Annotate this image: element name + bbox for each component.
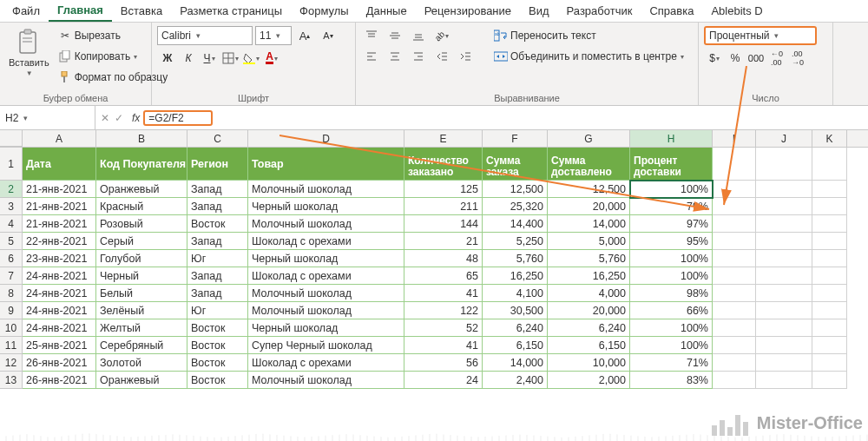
tab-формулы[interactable]: Формулы [291, 1, 358, 21]
row-header[interactable]: 7 [0, 267, 23, 285]
tab-рецензирование[interactable]: Рецензирование [416, 1, 520, 21]
cell[interactable]: Розовый [96, 215, 187, 233]
cell[interactable]: 56 [404, 354, 483, 372]
cell[interactable] [713, 354, 756, 372]
cell[interactable]: 211 [404, 198, 483, 215]
decrease-font-button[interactable]: A▾ [318, 26, 339, 45]
cell[interactable]: 5,000 [548, 233, 630, 250]
cell[interactable]: 14,000 [548, 215, 630, 233]
col-header-D[interactable]: D [248, 130, 404, 147]
cell[interactable]: Восток [187, 337, 248, 354]
cell[interactable]: 100% [630, 250, 713, 267]
cell[interactable]: 122 [404, 302, 483, 319]
cell[interactable]: Супер Черный шоколад [248, 337, 404, 354]
cell[interactable]: Оранжевый [96, 372, 187, 389]
cell[interactable]: 2,400 [483, 372, 548, 389]
align-bottom-button[interactable] [408, 26, 429, 45]
cell[interactable]: 98% [630, 285, 713, 302]
cell[interactable]: Запад [187, 267, 248, 285]
wrap-text-button[interactable]: ab Переносить текст [494, 26, 684, 45]
decrease-decimal-button[interactable]: .00→0 [787, 49, 808, 68]
header-cell[interactable]: Суммадоставлено [548, 148, 630, 181]
align-center-button[interactable] [385, 47, 405, 66]
cell[interactable]: 83% [630, 372, 713, 389]
italic-button[interactable]: К [178, 49, 199, 68]
cell[interactable]: 5,760 [548, 250, 630, 267]
header-cell[interactable]: Количествозаказано [404, 148, 483, 181]
cell[interactable] [756, 267, 812, 285]
align-middle-button[interactable] [385, 26, 405, 45]
underline-button[interactable]: Ч▾ [199, 49, 220, 68]
row-header[interactable]: 8 [0, 285, 23, 302]
cell[interactable]: 100% [630, 181, 713, 198]
currency-button[interactable]: $▾ [704, 49, 725, 68]
cell[interactable]: 23-янв-2021 [23, 250, 96, 267]
cell[interactable] [812, 302, 847, 319]
cell[interactable]: 41 [404, 337, 483, 354]
cell[interactable] [756, 198, 812, 215]
orientation-button[interactable]: ab▾ [431, 26, 452, 45]
cell[interactable]: 2,000 [548, 372, 630, 389]
cell[interactable]: Молочный шоколад [248, 372, 404, 389]
cell[interactable]: Шоколад с орехами [248, 267, 404, 285]
cell[interactable] [756, 302, 812, 319]
cell[interactable]: 4,100 [483, 285, 548, 302]
header-cell[interactable]: Дата [23, 148, 96, 181]
cell[interactable]: Красный [96, 198, 187, 215]
fx-icon[interactable]: fx [128, 112, 143, 124]
cell[interactable]: Черный шоколад [248, 198, 404, 215]
cell[interactable] [713, 302, 756, 319]
cell[interactable]: Восток [187, 319, 248, 337]
paste-button[interactable]: Вставить ▼ [5, 26, 53, 79]
row-header[interactable]: 10 [0, 319, 23, 337]
align-right-button[interactable] [408, 47, 429, 66]
cell[interactable] [713, 233, 756, 250]
cell[interactable]: 25-янв-2021 [23, 337, 96, 354]
cell[interactable]: 6,240 [483, 319, 548, 337]
cell[interactable] [713, 337, 756, 354]
cell[interactable]: 21-янв-2021 [23, 215, 96, 233]
header-cell[interactable]: Регион [187, 148, 248, 181]
cell[interactable]: Шоколад с орехами [248, 354, 404, 372]
cell[interactable] [812, 250, 847, 267]
tab-вставка[interactable]: Вставка [112, 1, 171, 21]
cell[interactable] [713, 285, 756, 302]
row-header[interactable]: 13 [0, 372, 23, 389]
col-header-F[interactable]: F [483, 130, 548, 147]
header-cell[interactable]: Код Покупателя [96, 148, 187, 181]
cell[interactable]: 6,150 [483, 337, 548, 354]
header-cell[interactable]: Товар [248, 148, 404, 181]
cell[interactable]: 22-янв-2021 [23, 233, 96, 250]
cell[interactable]: Молочный шоколад [248, 215, 404, 233]
increase-indent-button[interactable] [455, 47, 476, 66]
cell[interactable]: 48 [404, 250, 483, 267]
col-header-H[interactable]: H [630, 130, 713, 147]
col-header-K[interactable]: K [812, 130, 847, 147]
col-header-A[interactable]: A [23, 130, 96, 147]
formula-input[interactable]: =G2/F2 [143, 110, 213, 126]
cell[interactable] [812, 215, 847, 233]
cell[interactable]: 4,000 [548, 285, 630, 302]
cell[interactable]: 144 [404, 215, 483, 233]
cell[interactable]: 16,250 [483, 267, 548, 285]
header-cell[interactable]: Суммазаказа [483, 148, 548, 181]
cell[interactable] [713, 372, 756, 389]
cell[interactable]: 71% [630, 354, 713, 372]
row-header[interactable]: 11 [0, 337, 23, 354]
col-header-B[interactable]: B [96, 130, 187, 147]
number-format-combo[interactable]: Процентный▾ [704, 26, 817, 45]
cell[interactable] [756, 215, 812, 233]
align-left-button[interactable] [361, 47, 382, 66]
row-header[interactable]: 5 [0, 233, 23, 250]
cell[interactable]: 30,500 [483, 302, 548, 319]
cell[interactable] [713, 250, 756, 267]
col-header-C[interactable]: C [187, 130, 248, 147]
cell[interactable] [812, 181, 847, 198]
cell[interactable] [812, 337, 847, 354]
enter-icon[interactable]: ✓ [115, 112, 123, 124]
cell[interactable]: Зелёный [96, 302, 187, 319]
name-box[interactable]: H2▾ [0, 106, 95, 129]
cell[interactable] [812, 319, 847, 337]
cell[interactable]: 52 [404, 319, 483, 337]
border-button[interactable]: ▾ [220, 49, 240, 68]
